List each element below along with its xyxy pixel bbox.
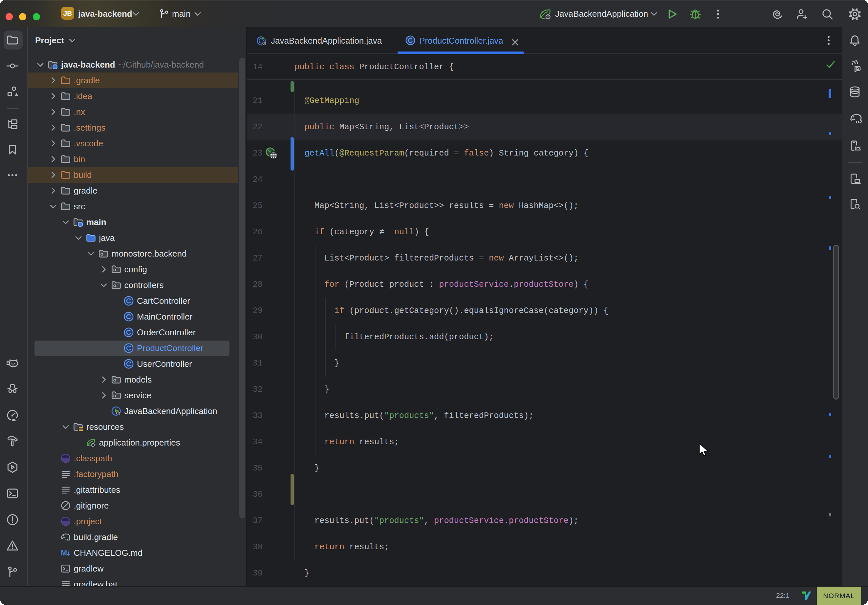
svg-text:M: M [61, 549, 67, 557]
